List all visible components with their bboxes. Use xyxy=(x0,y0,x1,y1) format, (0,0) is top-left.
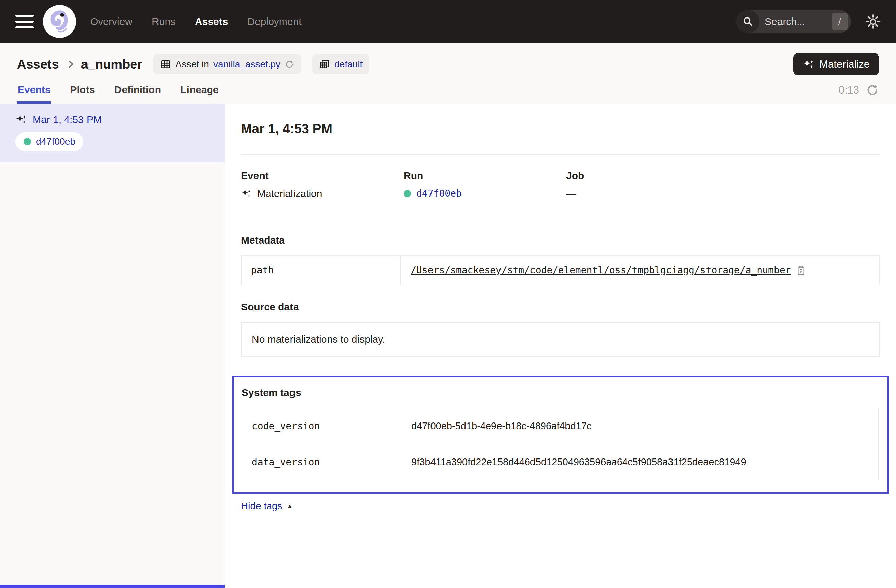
search-icon xyxy=(736,10,759,33)
chip-prefix: Asset in xyxy=(175,59,209,70)
hide-tags-label: Hide tags xyxy=(241,501,282,512)
asset-file-link[interactable]: vanilla_asset.py xyxy=(213,59,280,70)
top-navigation-bar: Overview Runs Assets Deployment / xyxy=(0,0,896,43)
tag-value: d47f00eb-5d1b-4e9e-b18c-4896af4bd17c xyxy=(411,421,591,432)
event-list-item[interactable]: Mar 1, 4:53 PM d47f00eb xyxy=(0,104,224,163)
sparkle-icon xyxy=(15,114,27,126)
asset-definition-chip[interactable]: Asset in vanilla_asset.py xyxy=(154,55,301,74)
chevron-right-icon xyxy=(66,61,73,68)
run-id-label: d47f00eb xyxy=(36,136,75,147)
job-column-header: Job xyxy=(566,170,880,181)
run-status-dot xyxy=(404,190,411,198)
breadcrumb: Assets a_number Asset in vanilla_asset.p… xyxy=(17,53,879,75)
nav-item-assets[interactable]: Assets xyxy=(195,16,228,27)
run-id-chip[interactable]: d47f00eb xyxy=(15,132,84,151)
run-status-dot xyxy=(24,138,31,145)
empty-message: No materializations to display. xyxy=(252,334,385,345)
tab-definition[interactable]: Definition xyxy=(114,84,162,103)
asset-name: a_number xyxy=(81,57,142,71)
nav-item-deployment[interactable]: Deployment xyxy=(247,16,301,27)
event-column: Event Materialization xyxy=(241,170,404,199)
search-input[interactable] xyxy=(759,16,832,27)
menu-icon[interactable] xyxy=(15,15,34,28)
refresh-icon[interactable] xyxy=(866,84,879,97)
primary-nav: Overview Runs Assets Deployment xyxy=(90,16,302,27)
run-column-header: Run xyxy=(404,170,566,181)
job-column: Job — xyxy=(566,170,880,199)
event-summary: Event Materialization Run d47f00eb xyxy=(241,170,880,199)
metadata-table: path /Users/smackesey/stm/code/elementl/… xyxy=(241,255,880,285)
event-column-header: Event xyxy=(241,170,404,181)
table-row: data_version 9f3b411a390fd22e158d446d5d1… xyxy=(242,444,879,480)
table-row: path /Users/smackesey/stm/code/elementl/… xyxy=(242,256,879,284)
page-header: Assets a_number Asset in vanilla_asset.p… xyxy=(0,43,896,103)
table-row: code_version d47f00eb-5d1b-4e9e-b18c-489… xyxy=(242,409,879,444)
metadata-heading: Metadata xyxy=(241,234,880,246)
metadata-path-link[interactable]: /Users/smackesey/stm/code/elementl/oss/t… xyxy=(411,265,791,276)
tab-events[interactable]: Events xyxy=(17,84,51,103)
copy-icon[interactable] xyxy=(796,265,806,275)
reload-definition-icon[interactable] xyxy=(285,59,294,69)
nav-item-overview[interactable]: Overview xyxy=(90,16,132,27)
run-column: Run d47f00eb xyxy=(404,170,566,199)
gear-icon[interactable] xyxy=(866,14,881,29)
event-detail-panel: Mar 1, 4:53 PM Event Materialization Run xyxy=(225,104,896,588)
system-tags-table: code_version d47f00eb-5d1b-4e9e-b18c-489… xyxy=(242,408,879,480)
materialize-label: Materialize xyxy=(819,58,870,70)
metadata-key: path xyxy=(242,256,401,284)
workspace-grid-icon xyxy=(319,59,330,70)
global-search[interactable]: / xyxy=(736,10,851,33)
refresh-timer: 0:13 xyxy=(839,84,859,96)
workspace-chip[interactable]: default xyxy=(312,55,369,74)
system-tags-highlighted-section: System tags code_version d47f00eb-5d1b-4… xyxy=(232,376,888,494)
hide-tags-link[interactable]: Hide tags ▲ xyxy=(241,501,293,512)
event-type-value: Materialization xyxy=(257,188,322,199)
sparkle-icon xyxy=(241,188,252,199)
system-tags-heading: System tags xyxy=(242,387,879,398)
workspace-default-link[interactable]: default xyxy=(334,59,363,70)
nav-item-runs[interactable]: Runs xyxy=(152,16,175,27)
event-list-sidebar: Mar 1, 4:53 PM d47f00eb xyxy=(0,104,225,588)
table-spacer-cell xyxy=(859,256,879,284)
tag-key: code_version xyxy=(242,409,401,444)
source-data-empty-state: No materializations to display. xyxy=(241,322,880,357)
asset-tabs: Events Plots Definition Lineage 0:13 xyxy=(17,84,879,103)
asset-grid-icon xyxy=(160,59,171,70)
source-data-heading: Source data xyxy=(241,301,880,313)
tab-lineage[interactable]: Lineage xyxy=(180,84,219,103)
content-area: Mar 1, 4:53 PM d47f00eb Mar 1, 4:53 PM E… xyxy=(0,103,896,588)
sparkle-icon xyxy=(803,59,814,70)
dagster-logo[interactable] xyxy=(43,5,76,38)
tag-key: data_version xyxy=(242,444,401,480)
job-value: — xyxy=(566,188,576,199)
tag-value: 9f3b411a390fd22e158d446d5d12504963596aa6… xyxy=(411,456,746,468)
run-id-link[interactable]: d47f00eb xyxy=(416,188,462,199)
materialize-button[interactable]: Materialize xyxy=(793,53,879,75)
sidebar-accent-strip xyxy=(0,585,224,588)
event-title: Mar 1, 4:53 PM xyxy=(241,122,880,136)
divider xyxy=(241,218,880,218)
search-shortcut-badge: / xyxy=(832,13,847,30)
tab-plots[interactable]: Plots xyxy=(69,84,95,103)
breadcrumb-assets-link[interactable]: Assets xyxy=(17,57,59,71)
event-timestamp-link[interactable]: Mar 1, 4:53 PM xyxy=(33,114,102,126)
caret-up-icon: ▲ xyxy=(287,502,294,510)
divider xyxy=(241,154,880,155)
refresh-status: 0:13 xyxy=(839,84,879,103)
